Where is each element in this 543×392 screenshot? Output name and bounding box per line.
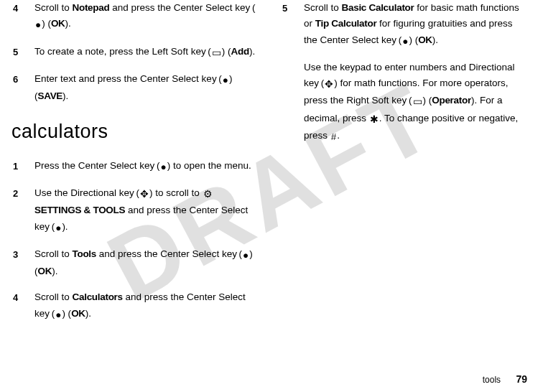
step-text: Scroll to Tools and press the Center Sel… <box>34 246 258 280</box>
step-text: Scroll to Basic Calculator for basic mat… <box>304 0 527 50</box>
center-select-icon: ● <box>243 248 249 263</box>
step-number: 4 <box>13 289 24 323</box>
instruction-step: 3Scroll to Tools and press the Center Se… <box>13 246 258 280</box>
calculator-usage-paragraph: Use the keypad to enter numbers and Dire… <box>304 60 527 145</box>
step-number: 1 <box>13 158 24 175</box>
settings-tools-icon: ⚙ <box>203 187 213 202</box>
center-select-icon: ● <box>223 73 228 88</box>
right-column: 5Scroll to Basic Calculator for basic ma… <box>282 0 527 363</box>
footer-section: tools <box>483 375 501 385</box>
steps-group-a: 4Scroll to Notepad and press the Center … <box>13 0 258 104</box>
page-footer: tools 79 <box>483 371 527 388</box>
page-content: 4Scroll to Notepad and press the Center … <box>0 0 543 363</box>
hash-key-icon: # <box>331 129 337 145</box>
instruction-step: 5Scroll to Basic Calculator for basic ma… <box>282 0 527 50</box>
center-select-icon: ● <box>402 34 408 50</box>
instruction-step: 4Scroll to Notepad and press the Center … <box>13 0 258 34</box>
section-heading-calculators: calculators <box>11 116 258 148</box>
step-number: 5 <box>282 0 294 50</box>
instruction-step: 5To create a note, press the Left Soft k… <box>13 44 258 61</box>
instruction-step: 1Press the Center Select key (●) to open… <box>13 158 258 175</box>
step-text: Press the Center Select key (●) to open … <box>34 158 258 175</box>
left-soft-key-icon: ▭ <box>212 45 221 61</box>
instruction-step: 4Scroll to Calculators and press the Cen… <box>13 289 258 323</box>
directional-key-icon: ✥ <box>325 77 333 93</box>
directional-key-icon: ✥ <box>140 187 149 202</box>
step-text: Use the Directional key (✥) to scroll to… <box>34 185 258 236</box>
step-text: Scroll to Notepad and press the Center S… <box>34 0 258 34</box>
left-column: 4Scroll to Notepad and press the Center … <box>13 0 258 363</box>
step-number: 6 <box>13 71 24 105</box>
step-text: Enter text and press the Center Select k… <box>34 71 258 105</box>
steps-group-b: 1Press the Center Select key (●) to open… <box>13 158 258 323</box>
center-select-icon: ● <box>55 220 61 236</box>
step-text: Scroll to Calculators and press the Cent… <box>34 289 258 323</box>
step-number: 5 <box>13 44 24 61</box>
step-number: 2 <box>13 185 24 236</box>
center-select-icon: ● <box>161 159 167 175</box>
star-key-icon: ✱ <box>370 112 379 128</box>
center-select-icon: ● <box>55 307 61 323</box>
footer-page-number: 79 <box>516 373 527 385</box>
right-soft-key-icon: ▭ <box>413 94 422 110</box>
step-number: 4 <box>13 0 24 34</box>
center-select-icon: ● <box>35 17 41 33</box>
instruction-step: 6Enter text and press the Center Select … <box>13 71 258 105</box>
step-number: 3 <box>13 246 24 280</box>
steps-group-c: 5Scroll to Basic Calculator for basic ma… <box>282 0 527 50</box>
instruction-step: 2Use the Directional key (✥) to scroll t… <box>13 185 258 236</box>
step-text: To create a note, press the Left Soft ke… <box>34 44 258 61</box>
